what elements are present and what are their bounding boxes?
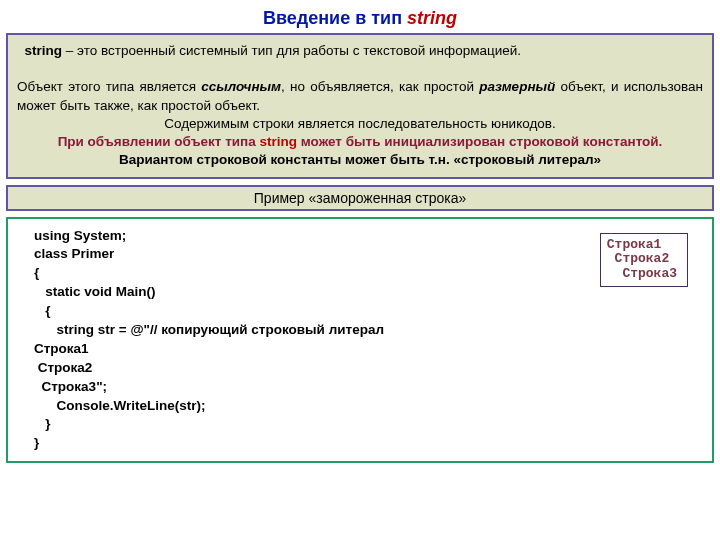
example-label: Пример «замороженная строка» bbox=[6, 185, 714, 211]
desc-line2: Объект этого типа является ссылочным, но… bbox=[17, 78, 703, 114]
desc-line3: Содержимым строки является последователь… bbox=[17, 115, 703, 133]
page-title: Введение в тип string bbox=[6, 8, 714, 29]
code-listing: using System; class Primer { static void… bbox=[34, 227, 694, 454]
output-line: Строка3 bbox=[607, 267, 677, 282]
description-panel: string – это встроенный системный тип дл… bbox=[6, 33, 714, 179]
output-line: Строка2 bbox=[607, 252, 677, 267]
keyword-string: string bbox=[25, 43, 63, 58]
title-prefix: Введение в тип bbox=[263, 8, 407, 28]
output-line: Строка1 bbox=[607, 238, 677, 253]
desc-line5: Вариантом строковой константы может быть… bbox=[17, 151, 703, 169]
desc-line1: string – это встроенный системный тип дл… bbox=[17, 42, 703, 60]
title-keyword: string bbox=[407, 8, 457, 28]
desc-line4: При объявлении объект типа string может … bbox=[17, 133, 703, 151]
output-box: Строка1 Строка2 Строка3 bbox=[600, 233, 688, 288]
code-panel: using System; class Primer { static void… bbox=[6, 217, 714, 464]
